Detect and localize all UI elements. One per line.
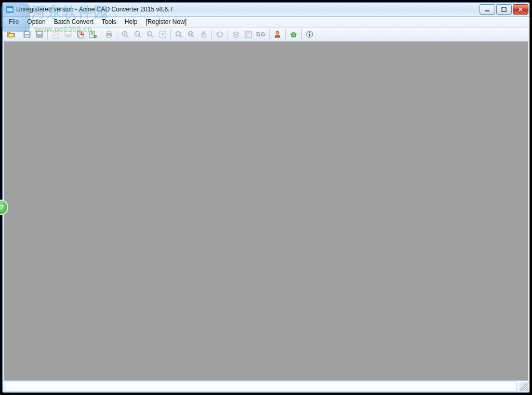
open-button[interactable] <box>5 28 17 41</box>
svg-rect-19 <box>108 31 111 33</box>
svg-point-26 <box>176 32 181 36</box>
toolbar-separator <box>19 29 19 40</box>
menu-file[interactable]: File <box>5 18 23 26</box>
svg-rect-18 <box>107 33 112 36</box>
svg-point-17 <box>94 35 97 38</box>
convert-pdf-button[interactable]: P <box>49 28 62 41</box>
about-button[interactable] <box>303 28 316 41</box>
maximize-button[interactable] <box>496 4 512 15</box>
toolbar-separator <box>117 29 117 40</box>
resize-grip-icon[interactable] <box>520 383 528 391</box>
toolbar-separator <box>228 29 228 40</box>
user-button[interactable] <box>271 28 284 41</box>
svg-rect-4 <box>502 7 506 11</box>
app-icon <box>6 5 14 14</box>
zoom-in-button[interactable] <box>119 28 131 41</box>
menu-tools[interactable]: Tools <box>98 18 121 26</box>
menu-option[interactable]: Option <box>23 18 49 26</box>
svg-rect-5 <box>24 31 30 37</box>
app-window: Unregistered version - Acme CAD Converte… <box>2 2 530 393</box>
svg-rect-12 <box>65 32 71 37</box>
print-button[interactable] <box>103 28 115 41</box>
menu-register-now[interactable]: [Register Now] <box>141 18 191 26</box>
zoom-selection-button[interactable] <box>156 28 169 41</box>
svg-rect-29 <box>246 32 248 36</box>
background-toggle-button[interactable]: BG <box>255 28 268 41</box>
menu-batch-convert[interactable]: Batch Convert <box>50 18 98 26</box>
toolbar-separator <box>285 29 286 40</box>
svg-point-27 <box>189 32 193 36</box>
zoom-all-button[interactable] <box>185 28 197 41</box>
svg-rect-3 <box>485 10 489 11</box>
toolbar-separator <box>170 29 171 40</box>
window-controls <box>480 4 528 15</box>
regen-button[interactable] <box>214 28 226 41</box>
save-as-button[interactable] <box>33 28 46 41</box>
toolbar-separator <box>101 29 101 40</box>
svg-rect-2 <box>7 7 12 8</box>
close-button[interactable] <box>513 4 528 15</box>
status-cell <box>6 381 517 392</box>
svg-rect-10 <box>53 31 58 38</box>
home-button[interactable] <box>287 28 300 41</box>
convert-image-button[interactable] <box>62 28 74 41</box>
svg-rect-28 <box>245 31 251 37</box>
save-button[interactable] <box>21 28 33 41</box>
zoom-out-button[interactable] <box>131 28 144 41</box>
svg-point-23 <box>148 32 152 36</box>
toolbar-separator <box>47 29 48 40</box>
svg-rect-24 <box>149 33 151 35</box>
pan-button[interactable] <box>197 28 210 41</box>
menu-help[interactable]: Help <box>121 18 142 26</box>
svg-point-13 <box>66 33 68 35</box>
svg-rect-30 <box>248 32 250 34</box>
batch-convert-button[interactable] <box>74 28 87 41</box>
zoom-extents-button[interactable] <box>172 28 185 41</box>
title-bar[interactable]: Unregistered version - Acme CAD Converte… <box>3 3 529 17</box>
svg-point-31 <box>276 31 279 34</box>
toolbar: P <box>3 28 529 42</box>
svg-rect-20 <box>108 35 111 37</box>
svg-point-22 <box>135 32 140 36</box>
svg-rect-34 <box>309 34 310 36</box>
svg-rect-6 <box>25 32 29 34</box>
menu-bar: File Option Batch Convert Tools Help [Re… <box>3 17 529 28</box>
svg-rect-9 <box>37 32 42 34</box>
svg-point-33 <box>309 32 310 33</box>
toolbar-separator <box>269 29 270 40</box>
toolbar-separator <box>211 29 212 40</box>
svg-rect-7 <box>25 35 29 37</box>
status-bar <box>3 380 529 392</box>
minimize-button[interactable] <box>480 4 495 15</box>
batch-export-button[interactable] <box>87 28 99 41</box>
svg-rect-25 <box>159 31 166 37</box>
svg-text:P: P <box>55 33 57 36</box>
layers-button[interactable] <box>230 28 242 41</box>
svg-point-21 <box>123 32 127 36</box>
layout-button[interactable] <box>242 28 255 41</box>
svg-rect-8 <box>36 31 43 37</box>
workspace-canvas[interactable] <box>4 42 528 380</box>
window-title: Unregistered version - Acme CAD Converte… <box>16 6 480 13</box>
zoom-window-button[interactable] <box>144 28 156 41</box>
toolbar-separator <box>301 29 302 40</box>
